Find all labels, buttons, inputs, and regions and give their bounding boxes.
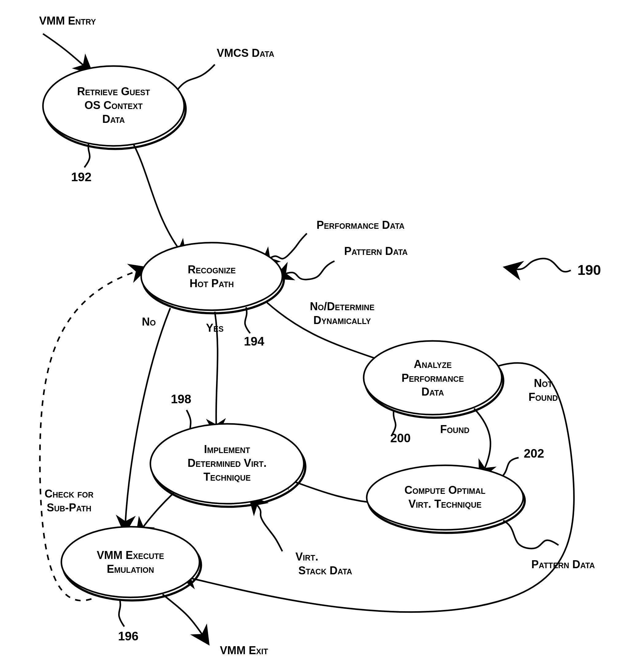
arrow-pattern-data-in: [282, 261, 334, 280]
ref-connector-196: [119, 599, 124, 627]
edge-retrieve-to-recognize: [132, 141, 181, 252]
edge-recognize-no: [125, 308, 170, 525]
label-pattern-data-in: Pattern Data: [344, 245, 407, 257]
ref-198: 198: [171, 392, 192, 406]
arrow-performance-data-in: [267, 234, 307, 260]
flowchart: Retrieve Guest OS Context Data Recognize…: [0, 0, 630, 672]
label-check-sub-1: Check for: [45, 487, 94, 500]
edge-analyze-found: [474, 408, 490, 472]
label-virt-stack-2: Stack Data: [298, 564, 352, 577]
node-retrieve-line3: Data: [102, 113, 125, 125]
node-implement-line2: Determined Virt.: [187, 457, 267, 469]
label-no-determine-2: Dynamically: [313, 314, 371, 327]
figure-ref-arrow: [512, 259, 571, 272]
ref-192: 192: [71, 170, 92, 184]
label-check-sub-2: Sub-Path: [47, 501, 92, 514]
node-recognize-line1: Recognize: [188, 263, 236, 276]
node-implement-line1: Implement: [204, 443, 250, 455]
arrow-vmm-entry: [43, 34, 86, 68]
node-compute-line1: Compute Optimal: [404, 484, 485, 496]
node-compute: Compute Optimal Virt. Technique: [367, 465, 525, 533]
node-execute-line1: VMM Execute: [97, 549, 164, 561]
arrow-vmm-exit: [162, 594, 204, 637]
node-analyze-line3: Data: [421, 385, 444, 398]
ref-194: 194: [244, 334, 264, 348]
node-recognize: Recognize Hot Path: [141, 243, 284, 313]
ref-connector-194: [245, 307, 250, 333]
node-execute: VMM Execute Emulation: [61, 527, 201, 600]
label-vmm-exit: VMM Exit: [220, 644, 268, 657]
ref-202: 202: [524, 447, 545, 460]
node-retrieve: Retrieve Guest OS Context Data: [43, 66, 186, 149]
node-implement-line3: Technique: [203, 471, 251, 483]
node-recognize-line2: Hot Path: [190, 277, 234, 290]
ref-190: 190: [578, 262, 601, 278]
label-vmcs-data: VMCS Data: [217, 47, 274, 59]
ref-200: 200: [390, 431, 411, 445]
node-compute-line2: Virt. Technique: [408, 498, 481, 510]
label-performance-data: Performance Data: [317, 219, 405, 231]
label-not-found-1: Not: [534, 377, 553, 389]
svg-point-11: [61, 527, 199, 597]
label-pattern-data-out: Pattern Data: [531, 558, 595, 571]
arrow-virt-stack-data: [255, 502, 282, 551]
node-retrieve-line1: Retrieve Guest: [77, 85, 150, 98]
ref-connector-202: [501, 458, 519, 478]
label-vmm-entry: VMM Entry: [39, 15, 96, 27]
node-execute-line2: Emulation: [107, 563, 154, 575]
label-not-found-2: Found: [528, 391, 558, 403]
node-analyze-line2: Performance: [401, 371, 464, 384]
label-yes: Yes: [206, 321, 223, 334]
node-implement: Implement Determined Virt. Technique: [150, 424, 305, 507]
connector-pattern-data-out: [503, 521, 558, 549]
label-no-determine-1: No/Determine: [310, 300, 375, 313]
label-found: Found: [440, 423, 470, 435]
node-analyze: Analyze Performance Data: [363, 341, 503, 418]
node-retrieve-line2: OS Context: [84, 99, 143, 112]
svg-point-3: [141, 243, 282, 310]
label-no: No: [142, 315, 156, 328]
ref-196: 196: [118, 629, 139, 643]
label-virt-stack-1: Virt.: [296, 550, 318, 563]
node-analyze-line1: Analyze: [414, 358, 452, 370]
